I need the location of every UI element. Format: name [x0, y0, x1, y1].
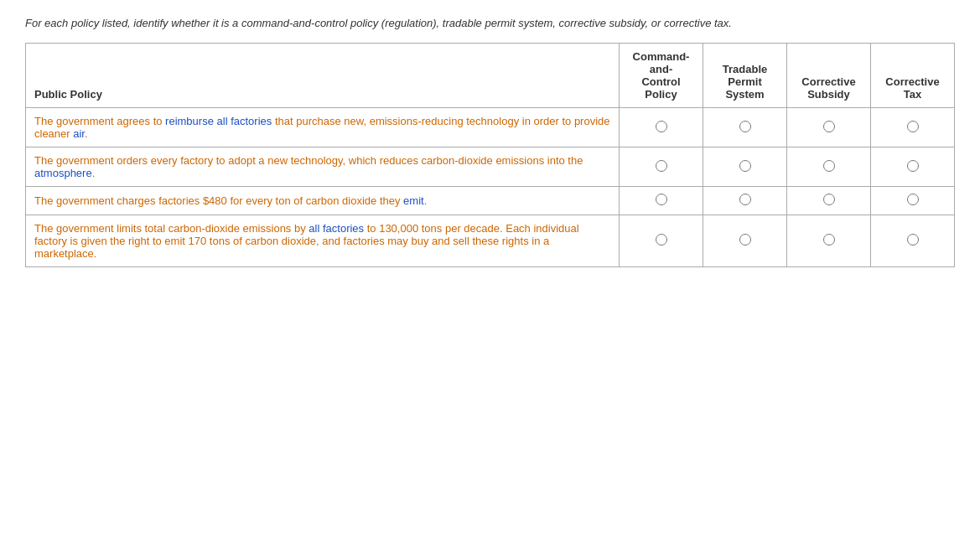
policy-text-highlight: all [217, 115, 228, 127]
radio-cell-row2-tradable-permit[interactable] [703, 147, 787, 187]
radio-row2-command-and-control[interactable] [656, 160, 667, 172]
policy-text-highlight: all [309, 222, 319, 235]
radio-cell-row3-corrective-subsidy[interactable] [787, 187, 871, 215]
table-row: The government orders every factory to a… [26, 147, 955, 187]
radio-row4-corrective-subsidy[interactable] [823, 234, 835, 246]
radio-cell-row3-command-and-control[interactable] [620, 187, 703, 215]
table-row: The government charges factories $480 fo… [26, 187, 955, 215]
radio-row4-tradable-permit[interactable] [739, 234, 751, 246]
col-header-subsidy: CorrectiveSubsidy [787, 44, 871, 108]
radio-row3-tradable-permit[interactable] [739, 194, 751, 205]
policy-cell-row1: The government agrees to reimburse all f… [26, 108, 620, 147]
col-header-tradable: TradablePermitSystem [703, 44, 787, 108]
radio-row1-corrective-tax[interactable] [907, 121, 919, 132]
radio-row2-corrective-subsidy[interactable] [823, 160, 835, 172]
radio-row3-command-and-control[interactable] [656, 194, 667, 205]
radio-cell-row4-corrective-tax[interactable] [871, 215, 955, 267]
radio-cell-row4-command-and-control[interactable] [620, 215, 703, 267]
radio-cell-row1-corrective-tax[interactable] [871, 108, 955, 147]
radio-cell-row1-corrective-subsidy[interactable] [787, 108, 871, 147]
table-row: The government limits total carbon-dioxi… [26, 215, 955, 267]
radio-row1-command-and-control[interactable] [656, 121, 667, 132]
radio-cell-row3-tradable-permit[interactable] [703, 187, 787, 215]
policy-text-highlight: air [73, 127, 85, 140]
col-header-policy: Public Policy [26, 44, 620, 108]
policy-text-highlight: factories [323, 222, 364, 235]
policy-cell-row4: The government limits total carbon-dioxi… [26, 215, 620, 267]
radio-row4-corrective-tax[interactable] [907, 234, 919, 246]
policy-text-highlight: factories [231, 115, 272, 127]
policy-cell-row2: The government orders every factory to a… [26, 147, 620, 187]
radio-cell-row2-corrective-tax[interactable] [871, 147, 955, 187]
policy-text-highlight: emit [403, 194, 424, 207]
radio-cell-row1-tradable-permit[interactable] [703, 108, 787, 147]
radio-row3-corrective-subsidy[interactable] [823, 194, 835, 205]
radio-cell-row3-corrective-tax[interactable] [871, 187, 955, 215]
radio-cell-row2-command-and-control[interactable] [620, 147, 703, 187]
instructions-text: For each policy listed, identify whether… [25, 17, 955, 29]
radio-cell-row4-tradable-permit[interactable] [703, 215, 787, 267]
policy-cell-row3: The government charges factories $480 fo… [26, 187, 620, 215]
col-header-tax: CorrectiveTax [871, 44, 955, 108]
radio-row3-corrective-tax[interactable] [907, 194, 919, 205]
policy-text-highlight: reimburse [165, 115, 214, 127]
radio-cell-row1-command-and-control[interactable] [620, 108, 703, 147]
radio-cell-row4-corrective-subsidy[interactable] [787, 215, 871, 267]
radio-row1-tradable-permit[interactable] [739, 121, 751, 132]
radio-row1-corrective-subsidy[interactable] [823, 121, 835, 132]
col-header-command: Command-and-ControlPolicy [620, 44, 703, 108]
policy-text-highlight: atmosphere [34, 167, 92, 179]
radio-cell-row2-corrective-subsidy[interactable] [787, 147, 871, 187]
radio-row4-command-and-control[interactable] [656, 234, 667, 246]
table-row: The government agrees to reimburse all f… [26, 108, 955, 147]
radio-row2-tradable-permit[interactable] [739, 160, 751, 172]
radio-row2-corrective-tax[interactable] [907, 160, 919, 172]
policy-table: Public Policy Command-and-ControlPolicy … [25, 43, 955, 267]
